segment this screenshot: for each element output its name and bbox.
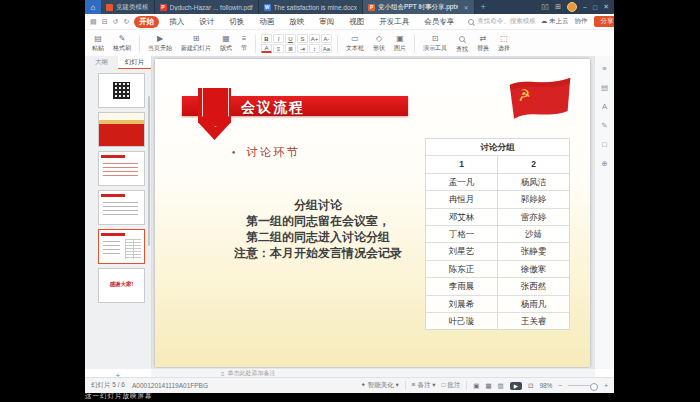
split-view-icon[interactable]: ▯▯: [541, 3, 549, 11]
format-painter-button[interactable]: ✎格式刷: [110, 34, 134, 53]
layout-button[interactable]: ▦版式: [217, 34, 235, 53]
home-button[interactable]: ⌂: [85, 0, 101, 14]
play-from-current-button[interactable]: ▶当页开始: [145, 34, 175, 53]
undo-icon[interactable]: ↺: [113, 18, 119, 26]
slide-canvas[interactable]: 会议流程 ☭ •讨论环节 分组讨论 第一组的同志留在会议室， 第二组的同志进入讨…: [152, 56, 594, 369]
doc-tab-ppt-active[interactable]: P 党小组会PPT 时事分享.pptx ✕: [363, 0, 474, 14]
outline-tab[interactable]: 大纲: [85, 56, 118, 69]
share-button[interactable]: 分享: [594, 16, 614, 27]
doc-tab-pdf[interactable]: P Dyduch-Hazar ... followin.pdf: [155, 0, 259, 14]
close-button[interactable]: ✕: [603, 3, 609, 11]
picture-button[interactable]: ▣图片: [391, 34, 409, 53]
slide-thumbnail-6[interactable]: 6 感谢大家!: [98, 268, 145, 303]
replace-icon: ⇄: [480, 34, 487, 43]
print-icon[interactable]: ⊟: [102, 18, 108, 26]
zoom-out-button[interactable]: −: [558, 382, 562, 389]
fit-window-icon[interactable]: ⊡: [528, 382, 533, 390]
slideshow-play-button[interactable]: ▶: [510, 382, 522, 390]
slide-thumbnail-4[interactable]: 4: [98, 190, 145, 225]
command-search-box[interactable]: 查找命令、搜索模板: [468, 17, 536, 26]
font-grow-button[interactable]: A+: [309, 34, 320, 43]
replace-button[interactable]: ⇄替换: [474, 34, 492, 53]
smart-beautify-button[interactable]: ✦ 智能美化 ▾: [360, 381, 398, 390]
redo-icon[interactable]: ↻: [123, 18, 129, 26]
thumbnail-scrollbar[interactable]: [148, 96, 150, 246]
menu-tab-design[interactable]: 设计: [194, 16, 219, 28]
font-color-button[interactable]: A: [261, 44, 272, 53]
section-button[interactable]: ≡节: [238, 34, 250, 53]
avatar[interactable]: [567, 2, 577, 12]
find-button[interactable]: 查找: [453, 34, 471, 54]
shape-button[interactable]: ◇形状: [370, 34, 388, 53]
menu-tab-transition[interactable]: 切换: [224, 16, 249, 28]
zoom-in-button[interactable]: +: [604, 382, 608, 389]
slide-title[interactable]: 会议流程: [241, 99, 305, 117]
zoom-level[interactable]: 98%: [539, 382, 552, 389]
close-tab-icon[interactable]: ✕: [461, 4, 468, 11]
properties-icon[interactable]: ≡: [602, 64, 606, 73]
strikethrough-button[interactable]: S: [297, 34, 308, 43]
doc-tab-template[interactable]: 党建类模板: [101, 0, 155, 14]
add-panel-icon[interactable]: ⊕: [601, 159, 607, 168]
menu-tab-insert[interactable]: 插入: [164, 16, 189, 28]
menu-tab-review[interactable]: 审阅: [314, 16, 339, 28]
save-icon[interactable]: ▤: [90, 18, 97, 26]
textbox-button[interactable]: ▭文本框: [343, 34, 367, 53]
slide-thumbnail-1[interactable]: 1: [98, 73, 145, 108]
slide-sorter-icon[interactable]: ▦: [485, 382, 491, 390]
table-row: 邓艾林雷亦婷: [426, 209, 569, 226]
party-flag: ☭: [502, 75, 577, 132]
italic-button[interactable]: I: [273, 34, 284, 43]
slide-body-text[interactable]: 分组讨论 第一组的同志留在会议室， 第二组的同志进入讨论分组 注意：本月开始发言…: [177, 197, 459, 261]
select-button[interactable]: ⬚选择: [495, 34, 513, 53]
menu-tab-member[interactable]: 会员专享: [419, 16, 459, 28]
menu-tab-slideshow[interactable]: 放映: [284, 16, 309, 28]
window-controls: ▯▯ ⊞ − □ ✕: [541, 0, 614, 14]
underline-button[interactable]: U: [285, 34, 296, 43]
body-line: 第二组的同志进入讨论分组: [177, 229, 459, 245]
word-icon: W: [264, 4, 271, 11]
maximize-button[interactable]: □: [593, 4, 597, 11]
comments-button[interactable]: □ 批注: [442, 381, 461, 390]
edit-panel-icon[interactable]: ✎: [601, 121, 607, 130]
normal-view-icon[interactable]: ▣: [473, 382, 479, 390]
font-shrink-button[interactable]: A-: [321, 34, 332, 43]
presentation-tools-button[interactable]: ⊡演示工具: [420, 34, 450, 53]
zoom-slider-knob[interactable]: [590, 383, 598, 391]
menu-tab-devtools[interactable]: 开发工具: [374, 16, 414, 28]
menu-tab-home[interactable]: 开始: [134, 16, 159, 28]
docer-icon: [106, 4, 113, 11]
doc-tab-word[interactable]: W The satisfaction is mine.docx: [259, 0, 363, 14]
change-case-button[interactable]: Aa: [321, 44, 332, 53]
bullets-button[interactable]: ≡: [273, 44, 284, 53]
doc-tab-label: Dyduch-Hazar ... followin.pdf: [170, 4, 253, 11]
slide-thumbnail-3[interactable]: 3: [98, 151, 145, 186]
design-panel-icon[interactable]: ▤: [601, 83, 608, 92]
paste-button[interactable]: ▤粘贴: [89, 34, 107, 53]
new-tab-button[interactable]: +: [475, 0, 492, 14]
line-spacing-button[interactable]: ↕: [309, 44, 320, 53]
new-slide-button[interactable]: ⊞新建幻灯片: [178, 34, 214, 53]
slide-thumbnail-2[interactable]: 2: [98, 112, 145, 147]
menu-tab-view[interactable]: 视图: [344, 16, 369, 28]
discussion-group-table[interactable]: 讨论分组 12 孟一凡杨凤洁 冉恒月郭婷婷 邓艾林雷亦婷 丁格一沙婧 刘星艺张静…: [425, 138, 570, 330]
cloud-status[interactable]: ☁ 未上云: [541, 17, 569, 26]
collaborate-button[interactable]: 协作: [575, 17, 588, 26]
text-panel-icon[interactable]: A: [602, 102, 607, 111]
minimize-button[interactable]: −: [583, 4, 587, 11]
slide-thumbnail-5-selected[interactable]: 5: [98, 229, 145, 264]
tools-icon: ⊡: [432, 34, 439, 43]
indent-button[interactable]: ⇥: [297, 44, 308, 53]
notes-toggle-button[interactable]: ≡ 备注 ▾: [412, 381, 436, 390]
reading-view-icon[interactable]: ▥: [498, 382, 504, 390]
shape-panel-icon[interactable]: □: [602, 140, 607, 149]
current-slide[interactable]: 会议流程 ☭ •讨论环节 分组讨论 第一组的同志留在会议室， 第二组的同志进入讨…: [155, 59, 590, 367]
slides-tab[interactable]: 幻灯片: [118, 56, 151, 69]
slide-bullet-line[interactable]: •讨论环节: [231, 145, 300, 160]
new-slide-icon: ⊞: [193, 34, 200, 43]
zoom-slider[interactable]: [568, 385, 598, 386]
workspace-icon[interactable]: ⊞: [555, 3, 561, 11]
menu-tab-animation[interactable]: 动画: [254, 16, 279, 28]
bold-button[interactable]: B: [261, 34, 272, 43]
align-button[interactable]: ≣: [285, 44, 296, 53]
